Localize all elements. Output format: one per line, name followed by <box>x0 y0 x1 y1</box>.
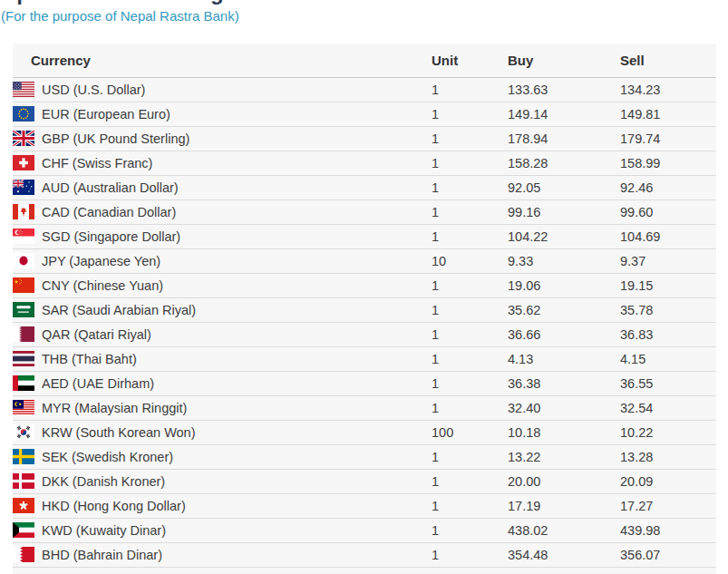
sell-rate: 17.27 <box>620 493 716 518</box>
page-title: Open Market Exchange Rates <box>0 0 299 5</box>
sell-rate: 20.09 <box>620 469 716 493</box>
table-row: EUR (European Euro) 1 149.14 149.81 <box>13 102 716 126</box>
sell-rate: 439.98 <box>620 518 716 542</box>
sell-rate: 104.69 <box>620 224 716 248</box>
sell-rate: 99.60 <box>620 199 716 224</box>
flag-hkd-icon <box>13 498 34 513</box>
currency-label: HKD (Hong Kong Dollar) <box>42 499 186 513</box>
table-row: GBP (UK Pound Sterling) 1 178.94 179.74 <box>13 126 716 151</box>
table-row: KRW (South Korean Won) 100 10.18 10.22 <box>13 420 716 444</box>
flag-myr-icon <box>13 400 34 415</box>
sell-rate: 13.28 <box>620 444 716 469</box>
flag-dkk-icon <box>13 473 34 489</box>
buy-rate: 354.48 <box>508 542 620 567</box>
table-row: THB (Thai Baht) 1 4.13 4.15 <box>13 346 716 371</box>
currency-label: KWD (Kuwaity Dinar) <box>42 523 166 538</box>
sell-rate: 149.81 <box>620 102 716 126</box>
buy-rate: 149.14 <box>508 102 620 126</box>
currency-label: KRW (South Korean Won) <box>42 425 196 440</box>
flag-krw-icon <box>13 424 34 440</box>
unit-value: 1 <box>432 322 508 346</box>
flag-jpy-icon <box>13 253 34 268</box>
unit-value: 1 <box>432 493 508 518</box>
flag-aud-icon <box>13 180 34 195</box>
sell-rate: 158.99 <box>620 151 716 175</box>
sell-rate: 356.07 <box>620 542 716 567</box>
currency-label: BHD (Bahrain Dinar) <box>42 548 162 562</box>
flag-chf-icon <box>13 155 34 170</box>
buy-rate: 19.06 <box>508 273 620 297</box>
sell-rate: 134.23 <box>620 77 716 102</box>
table-header-row: Currency Unit Buy Sell <box>13 44 716 77</box>
table-row: CHF (Swiss Franc) 1 158.28 158.99 <box>13 151 716 175</box>
buy-rate: 17.19 <box>508 493 620 518</box>
buy-rate: 36.38 <box>508 371 620 395</box>
unit-value: 1 <box>432 224 508 248</box>
unit-value: 1 <box>432 518 508 542</box>
table-row: DKK (Danish Kroner) 1 20.00 20.09 <box>13 469 716 493</box>
table-row: SEK (Swedish Kroner) 1 13.22 13.28 <box>13 444 716 469</box>
unit-value: 1 <box>432 175 508 199</box>
exchange-rate-table: Currency Unit Buy Sell USD (U.S. Dollar)… <box>13 44 716 568</box>
unit-value: 1 <box>432 77 508 102</box>
table-row: USD (U.S. Dollar) 1 133.63 134.23 <box>13 77 716 102</box>
table-row: SAR (Saudi Arabian Riyal) 1 35.62 35.78 <box>13 297 716 322</box>
table-row: MYR (Malaysian Ringgit) 1 32.40 32.54 <box>13 395 716 420</box>
column-header-sell: Sell <box>620 44 716 77</box>
unit-value: 10 <box>432 248 508 273</box>
table-row: HKD (Hong Kong Dollar) 1 17.19 17.27 <box>13 493 716 518</box>
currency-label: DKK (Danish Kroner) <box>42 474 165 489</box>
table-row: AED (UAE Dirham) 1 36.38 36.55 <box>13 371 716 395</box>
currency-label: CAD (Canadian Dollar) <box>42 205 176 219</box>
page-subtitle: (For the purpose of Nepal Rastra Bank) <box>1 8 239 24</box>
flag-cny-icon <box>13 277 34 293</box>
currency-label: AUD (Australian Dollar) <box>42 180 179 195</box>
buy-rate: 438.02 <box>508 518 620 542</box>
buy-rate: 20.00 <box>508 469 620 493</box>
sell-rate: 179.74 <box>620 126 716 151</box>
table-row: JPY (Japanese Yen) 10 9.33 9.37 <box>13 248 716 273</box>
column-header-currency: Currency <box>13 44 432 77</box>
flag-sgd-icon <box>13 229 34 244</box>
buy-rate: 13.22 <box>508 444 620 469</box>
unit-value: 1 <box>432 151 508 175</box>
table-row: SGD (Singapore Dollar) 1 104.22 104.69 <box>13 224 716 248</box>
table-row: KWD (Kuwaity Dinar) 1 438.02 439.98 <box>13 518 716 542</box>
sell-rate: 9.37 <box>620 248 716 273</box>
unit-value: 1 <box>432 102 508 126</box>
table-row: BHD (Bahrain Dinar) 1 354.48 356.07 <box>13 542 716 567</box>
unit-value: 1 <box>432 542 508 567</box>
unit-value: 1 <box>432 199 508 224</box>
flag-gbp-icon <box>13 131 34 146</box>
buy-rate: 35.62 <box>508 297 620 322</box>
sell-rate: 36.83 <box>620 322 716 346</box>
currency-label: THB (Thai Baht) <box>42 352 137 366</box>
flag-bhd-icon <box>13 547 34 562</box>
buy-rate: 158.28 <box>508 151 620 175</box>
currency-label: MYR (Malaysian Ringgit) <box>42 401 187 415</box>
flag-thb-icon <box>13 351 34 366</box>
buy-rate: 104.22 <box>508 224 620 248</box>
buy-rate: 99.16 <box>508 199 620 224</box>
unit-value: 1 <box>432 297 508 322</box>
column-header-buy: Buy <box>508 44 620 77</box>
page: { "page": { "title": "Open Market Exchan… <box>0 0 728 574</box>
unit-value: 1 <box>432 395 508 420</box>
flag-usd-icon <box>13 82 34 97</box>
buy-rate: 4.13 <box>508 346 620 371</box>
unit-value: 1 <box>432 444 508 469</box>
sell-rate: 19.15 <box>620 273 716 297</box>
unit-value: 1 <box>432 126 508 151</box>
buy-rate: 9.33 <box>508 248 620 273</box>
unit-value: 1 <box>432 371 508 395</box>
flag-eur-icon <box>13 106 34 122</box>
sell-rate: 36.55 <box>620 371 716 395</box>
unit-value: 100 <box>432 420 508 444</box>
currency-label: USD (U.S. Dollar) <box>42 83 145 97</box>
currency-label: QAR (Qatari Riyal) <box>42 327 151 342</box>
currency-label: SEK (Swedish Kroner) <box>42 450 173 464</box>
buy-rate: 32.40 <box>508 395 620 420</box>
exchange-rate-table-container: Currency Unit Buy Sell USD (U.S. Dollar)… <box>13 44 716 574</box>
sell-rate: 92.46 <box>620 175 716 199</box>
sell-rate: 35.78 <box>620 297 716 322</box>
